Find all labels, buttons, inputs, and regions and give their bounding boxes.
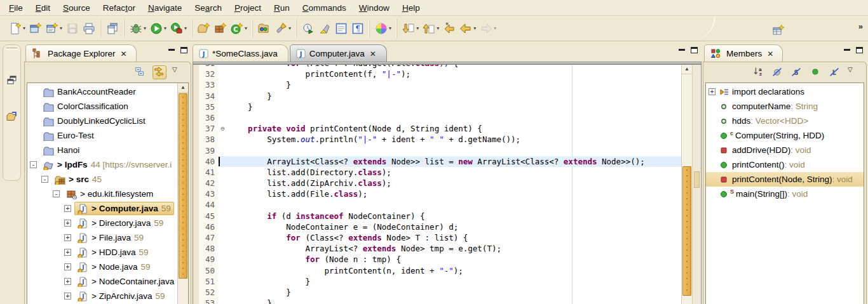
package-explorer-scrollbar[interactable]: ▲ <box>177 83 188 304</box>
member-item[interactable]: +import declarations <box>706 84 864 99</box>
menu-project[interactable]: Project <box>228 1 268 15</box>
menu-edit[interactable]: Edit <box>29 1 57 15</box>
code-line-46[interactable]: 46 NodeContainer e = (NodeContainer) d; <box>193 221 681 232</box>
code-line-43[interactable]: 43 list.add(File.class); <box>193 188 681 199</box>
dropdown-arrow-icon[interactable]: ▾ <box>389 26 391 31</box>
tree-item[interactable]: +J> Directory.java59 <box>27 216 177 230</box>
filter-public-button[interactable] <box>809 65 823 79</box>
overview-mark[interactable] <box>694 171 700 188</box>
sort-button[interactable]: az <box>752 65 766 79</box>
menu-source[interactable]: Source <box>57 1 97 15</box>
collapse-icon[interactable]: - <box>30 161 37 168</box>
overview-ruler[interactable] <box>693 65 701 304</box>
prev-annotation-button[interactable]: ▾ <box>421 20 441 37</box>
member-item[interactable]: computerName : String <box>706 99 864 114</box>
code-line-34[interactable]: 34 } <box>193 91 681 102</box>
tree-item[interactable]: -> IpdFs44 [https://svnserver.i <box>27 157 177 172</box>
member-item[interactable]: cComputer(String, HDD) <box>706 128 864 143</box>
dropdown-arrow-icon[interactable]: ▾ <box>23 26 25 31</box>
editor-tab[interactable]: JComputer.java✕ <box>290 44 387 62</box>
members-tab[interactable]: Members ✕ <box>704 44 783 62</box>
editor-scrollbar[interactable]: ▲ <box>681 65 693 304</box>
expand-icon[interactable]: + <box>64 278 71 285</box>
member-item[interactable]: addDrive(HDD) : void <box>706 143 864 157</box>
open-type-button[interactable] <box>256 20 273 37</box>
tree-item[interactable]: +J> File.java59 <box>27 230 177 245</box>
code-viewport[interactable]: 31 for (File f : hdd.get(File.class)) {3… <box>193 65 681 304</box>
editor-tab[interactable]: J*SomeClass.java <box>193 44 288 62</box>
close-icon[interactable]: ✕ <box>370 50 376 58</box>
dropdown-arrow-icon[interactable]: ▾ <box>437 26 439 31</box>
menu-file[interactable]: File <box>3 1 29 15</box>
dropdown-arrow-icon[interactable]: ▾ <box>245 26 247 31</box>
menu-help[interactable]: Help <box>396 1 426 15</box>
view-menu-button[interactable]: ▽ <box>847 65 861 79</box>
code-line-35[interactable]: 35 } <box>193 102 681 112</box>
menu-search[interactable]: Search <box>188 1 228 15</box>
maximize-icon[interactable] <box>856 47 863 53</box>
menu-refactor[interactable]: Refactor <box>97 1 142 15</box>
close-icon[interactable]: ✕ <box>767 50 773 58</box>
print-button[interactable] <box>81 20 97 37</box>
dropdown-arrow-icon[interactable]: ▾ <box>60 26 62 31</box>
code-line-36[interactable]: 36 <box>193 112 681 123</box>
highlighter-button[interactable] <box>316 20 333 37</box>
dropdown-arrow-icon[interactable]: ▾ <box>184 26 187 31</box>
new-package-button[interactable] <box>212 20 229 37</box>
toolbar-overflow-chevron[interactable]: » <box>858 22 862 31</box>
expand-icon[interactable]: + <box>64 234 71 241</box>
tree-item[interactable]: Hanoi <box>27 143 177 157</box>
tree-item[interactable]: +J> HDD.java59 <box>27 245 177 260</box>
code-line-52[interactable]: 52 } <box>193 287 681 298</box>
new-java-project-button[interactable] <box>196 20 212 37</box>
open-perspective-button[interactable] <box>3 110 20 123</box>
scroll-up-icon[interactable]: ▲ <box>178 83 188 93</box>
dropdown-arrow-icon[interactable]: ▾ <box>144 26 146 31</box>
dropdown-arrow-icon[interactable]: ▾ <box>494 26 496 31</box>
show-whitespace-button[interactable] <box>333 20 349 37</box>
code-line-45[interactable]: 45 if (d instanceof NodeContainer) { <box>193 211 681 221</box>
minimize-icon[interactable] <box>168 48 175 51</box>
collapse-icon[interactable]: - <box>53 190 60 197</box>
code-line-37[interactable]: 37⊖ private void printContent(Node d, St… <box>193 123 681 134</box>
color-wheel-button[interactable]: ▾ <box>373 20 393 37</box>
next-annotation-button[interactable]: ▾ <box>400 20 421 37</box>
back-button[interactable]: ▾ <box>458 20 478 37</box>
code-line-53[interactable]: 53 } <box>193 298 681 304</box>
new-button[interactable]: ▾ <box>7 20 27 37</box>
code-line-44[interactable]: 44 <box>193 199 681 210</box>
code-line-47[interactable]: 47 for (Class<? extends Node> T : list) … <box>193 232 681 243</box>
show-paragraph-button[interactable]: ¶ <box>349 20 366 37</box>
code-line-38[interactable]: 38 System.out.println("|-" + ident + " "… <box>193 134 681 145</box>
view-bar-handle[interactable] <box>6 48 17 50</box>
package-explorer-tab[interactable]: Package Explorer ✕ <box>25 44 137 62</box>
menu-navigate[interactable]: Navigate <box>142 1 188 15</box>
scroll-up-icon[interactable]: ▲ <box>682 65 692 74</box>
run-button[interactable]: ▾ <box>148 20 168 37</box>
dropdown-arrow-icon[interactable]: ▾ <box>288 26 291 31</box>
minimize-icon[interactable] <box>844 48 850 51</box>
code-line-32[interactable]: 32 printContent(f, "|-"); <box>193 69 681 79</box>
tree-item[interactable]: ColorClassification <box>27 99 177 114</box>
dropdown-arrow-icon[interactable]: ▾ <box>164 26 166 31</box>
close-icon[interactable]: ✕ <box>121 50 127 58</box>
new-view-button[interactable]: ▾ <box>44 20 64 37</box>
member-item[interactable]: hdds : Vector<HDD> <box>706 114 864 128</box>
copy-view-button[interactable] <box>104 20 121 37</box>
filter-fields-button[interactable] <box>771 65 785 79</box>
code-line-39[interactable]: 39 <box>193 145 681 156</box>
expand-icon[interactable]: + <box>64 293 71 300</box>
collapse-icon[interactable]: - <box>41 176 48 183</box>
code-line-40[interactable]: 40 ArrayList<Class<? extends Node>> list… <box>193 156 681 167</box>
tree-item[interactable]: +J> Computer.java59 <box>27 201 177 216</box>
debug-button[interactable]: ▾ <box>128 20 148 37</box>
tree-item[interactable]: DoublyLinkedCyclicList <box>27 114 177 128</box>
link-with-editor-button[interactable] <box>153 65 166 79</box>
expand-icon[interactable]: + <box>64 220 71 227</box>
code-line-48[interactable]: 48 ArrayList<? extends Node> tmp = e.get… <box>193 243 681 254</box>
expand-icon[interactable]: + <box>64 263 71 270</box>
scrollbar-thumb[interactable] <box>179 93 187 279</box>
tree-item[interactable]: Euro-Test <box>27 128 177 143</box>
code-line-50[interactable]: 50 printContent(n, ident + "-"); <box>193 265 681 276</box>
tree-item[interactable]: -> src45 <box>27 172 177 187</box>
